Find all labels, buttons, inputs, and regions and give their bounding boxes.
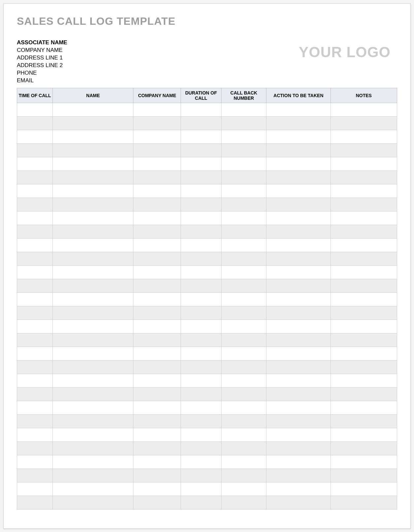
table-cell[interactable] bbox=[52, 320, 133, 333]
table-cell[interactable] bbox=[52, 238, 133, 252]
table-cell[interactable] bbox=[17, 401, 53, 414]
table-cell[interactable] bbox=[133, 320, 181, 333]
table-cell[interactable] bbox=[221, 414, 266, 428]
table-cell[interactable] bbox=[52, 157, 133, 171]
table-cell[interactable] bbox=[17, 374, 53, 387]
table-cell[interactable] bbox=[181, 130, 221, 143]
table-cell[interactable] bbox=[181, 333, 221, 347]
table-cell[interactable] bbox=[266, 198, 330, 211]
table-cell[interactable] bbox=[266, 292, 330, 306]
table-cell[interactable] bbox=[17, 171, 53, 184]
table-cell[interactable] bbox=[17, 496, 53, 509]
table-cell[interactable] bbox=[133, 469, 181, 482]
table-cell[interactable] bbox=[330, 360, 397, 374]
table-cell[interactable] bbox=[221, 401, 266, 414]
table-cell[interactable] bbox=[221, 157, 266, 171]
table-cell[interactable] bbox=[266, 184, 330, 198]
table-cell[interactable] bbox=[266, 496, 330, 509]
table-cell[interactable] bbox=[133, 157, 181, 171]
table-cell[interactable] bbox=[181, 211, 221, 225]
table-cell[interactable] bbox=[52, 306, 133, 320]
table-cell[interactable] bbox=[17, 320, 53, 333]
table-cell[interactable] bbox=[52, 225, 133, 238]
table-cell[interactable] bbox=[181, 387, 221, 401]
table-cell[interactable] bbox=[133, 292, 181, 306]
table-cell[interactable] bbox=[52, 374, 133, 387]
table-cell[interactable] bbox=[266, 482, 330, 496]
table-cell[interactable] bbox=[17, 252, 53, 265]
table-cell[interactable] bbox=[133, 360, 181, 374]
table-cell[interactable] bbox=[17, 428, 53, 441]
table-cell[interactable] bbox=[133, 414, 181, 428]
table-cell[interactable] bbox=[221, 320, 266, 333]
table-cell[interactable] bbox=[266, 103, 330, 116]
table-cell[interactable] bbox=[52, 387, 133, 401]
table-cell[interactable] bbox=[17, 387, 53, 401]
table-cell[interactable] bbox=[221, 360, 266, 374]
table-cell[interactable] bbox=[266, 455, 330, 469]
table-cell[interactable] bbox=[17, 130, 53, 143]
table-cell[interactable] bbox=[330, 238, 397, 252]
table-cell[interactable] bbox=[181, 238, 221, 252]
table-cell[interactable] bbox=[52, 401, 133, 414]
table-cell[interactable] bbox=[266, 130, 330, 143]
table-cell[interactable] bbox=[52, 265, 133, 279]
table-cell[interactable] bbox=[133, 306, 181, 320]
table-cell[interactable] bbox=[181, 401, 221, 414]
table-cell[interactable] bbox=[330, 320, 397, 333]
table-cell[interactable] bbox=[181, 157, 221, 171]
table-cell[interactable] bbox=[181, 279, 221, 292]
table-cell[interactable] bbox=[52, 211, 133, 225]
table-cell[interactable] bbox=[266, 401, 330, 414]
table-cell[interactable] bbox=[181, 306, 221, 320]
table-cell[interactable] bbox=[181, 198, 221, 211]
table-cell[interactable] bbox=[266, 333, 330, 347]
table-cell[interactable] bbox=[266, 238, 330, 252]
table-cell[interactable] bbox=[133, 265, 181, 279]
table-cell[interactable] bbox=[330, 441, 397, 455]
table-cell[interactable] bbox=[221, 279, 266, 292]
table-cell[interactable] bbox=[17, 441, 53, 455]
table-cell[interactable] bbox=[133, 401, 181, 414]
table-cell[interactable] bbox=[181, 320, 221, 333]
table-cell[interactable] bbox=[330, 103, 397, 116]
table-cell[interactable] bbox=[266, 360, 330, 374]
table-cell[interactable] bbox=[133, 130, 181, 143]
table-cell[interactable] bbox=[221, 333, 266, 347]
table-cell[interactable] bbox=[52, 252, 133, 265]
table-cell[interactable] bbox=[52, 292, 133, 306]
table-cell[interactable] bbox=[181, 482, 221, 496]
table-cell[interactable] bbox=[181, 347, 221, 360]
table-cell[interactable] bbox=[330, 265, 397, 279]
table-cell[interactable] bbox=[17, 306, 53, 320]
table-cell[interactable] bbox=[17, 184, 53, 198]
table-cell[interactable] bbox=[266, 441, 330, 455]
table-cell[interactable] bbox=[266, 414, 330, 428]
table-cell[interactable] bbox=[52, 116, 133, 130]
table-cell[interactable] bbox=[266, 116, 330, 130]
table-cell[interactable] bbox=[181, 428, 221, 441]
table-cell[interactable] bbox=[221, 184, 266, 198]
table-cell[interactable] bbox=[221, 116, 266, 130]
table-cell[interactable] bbox=[330, 414, 397, 428]
table-cell[interactable] bbox=[221, 238, 266, 252]
table-cell[interactable] bbox=[52, 428, 133, 441]
table-cell[interactable] bbox=[330, 292, 397, 306]
table-cell[interactable] bbox=[133, 347, 181, 360]
table-cell[interactable] bbox=[52, 143, 133, 157]
table-cell[interactable] bbox=[133, 225, 181, 238]
table-cell[interactable] bbox=[133, 211, 181, 225]
table-cell[interactable] bbox=[133, 333, 181, 347]
table-cell[interactable] bbox=[221, 455, 266, 469]
table-cell[interactable] bbox=[330, 198, 397, 211]
table-cell[interactable] bbox=[181, 374, 221, 387]
table-cell[interactable] bbox=[330, 496, 397, 509]
table-cell[interactable] bbox=[181, 414, 221, 428]
table-cell[interactable] bbox=[330, 469, 397, 482]
table-cell[interactable] bbox=[52, 130, 133, 143]
table-cell[interactable] bbox=[330, 143, 397, 157]
table-cell[interactable] bbox=[133, 496, 181, 509]
table-cell[interactable] bbox=[17, 143, 53, 157]
table-cell[interactable] bbox=[17, 279, 53, 292]
table-cell[interactable] bbox=[133, 374, 181, 387]
